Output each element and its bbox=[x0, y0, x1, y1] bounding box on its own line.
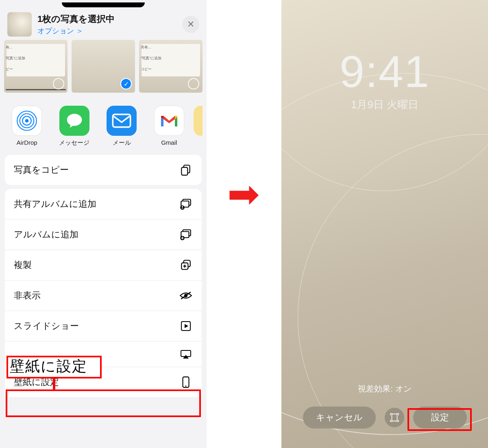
selection-indicator-icon bbox=[53, 78, 64, 89]
share-options-link[interactable]: オプション ＞ bbox=[37, 26, 176, 36]
action-label: 写真をコピー bbox=[14, 164, 69, 176]
thumb-mini-label: ピー bbox=[6, 67, 25, 72]
app-messages[interactable]: メッセージ bbox=[51, 106, 98, 147]
shared-album-icon bbox=[179, 197, 193, 211]
annotation-callout-stem bbox=[53, 378, 55, 390]
action-copy-photo[interactable]: 写真をコピー bbox=[5, 155, 202, 185]
action-group-1: 写真をコピー bbox=[5, 155, 202, 185]
mail-icon bbox=[107, 106, 137, 136]
photo-thumb-2[interactable]: 共有... "写真"に追加 コピー bbox=[139, 40, 203, 93]
gmail-icon bbox=[154, 106, 184, 136]
messages-icon bbox=[59, 106, 89, 136]
wallpaper-action-row: キャンセル 設定 bbox=[281, 407, 488, 428]
photo-thumb-1[interactable]: ✓ bbox=[72, 40, 135, 93]
action-label: 壁紙に設定 bbox=[14, 376, 59, 388]
app-airdrop[interactable]: AirDrop bbox=[3, 106, 51, 147]
app-label: AirDrop bbox=[17, 139, 37, 146]
action-label: アルバムに追加 bbox=[14, 228, 78, 241]
action-set-wallpaper[interactable]: 壁紙に設定 bbox=[5, 367, 202, 397]
svg-point-0 bbox=[25, 119, 29, 123]
svg-rect-7 bbox=[181, 167, 187, 175]
share-apps-row[interactable]: AirDrop メッセージ メール Gmail bbox=[0, 97, 207, 151]
thumb-mini-label: 有... bbox=[6, 45, 25, 50]
close-button[interactable]: ✕ bbox=[182, 16, 199, 33]
photo-selection-row: 有... 写真"に追加 ピー ✓ 共有... "写真"に追加 コピー bbox=[0, 40, 207, 97]
selected-photo-thumbnail bbox=[7, 12, 32, 37]
set-button[interactable]: 設定 bbox=[413, 407, 467, 428]
app-label: Gmail bbox=[161, 139, 177, 146]
action-add-album[interactable]: アルバムに追加 bbox=[5, 219, 202, 250]
svg-point-4 bbox=[67, 114, 82, 126]
lock-date: 1月9日 火曜日 bbox=[281, 98, 488, 112]
action-group-2: 共有アルバムに追加 アルバムに追加 複製 非表示 bbox=[5, 189, 202, 397]
action-duplicate[interactable]: 複製 bbox=[5, 250, 202, 280]
copy-icon bbox=[179, 163, 193, 177]
close-icon: ✕ bbox=[187, 19, 194, 30]
action-label: 非表示 bbox=[14, 289, 41, 302]
cancel-button[interactable]: キャンセル bbox=[303, 407, 376, 428]
phone-icon bbox=[179, 375, 193, 389]
app-gmail[interactable]: Gmail bbox=[146, 106, 193, 147]
selection-checked-icon: ✓ bbox=[120, 78, 132, 89]
thumb-mini-label: 写真"に追加 bbox=[6, 56, 25, 61]
app-label: メール bbox=[113, 139, 131, 147]
app-mail[interactable]: メール bbox=[98, 106, 146, 147]
parallax-status: 視差効果: オン bbox=[281, 383, 488, 394]
app-more[interactable] bbox=[193, 106, 203, 147]
lock-time: 9:41 bbox=[281, 46, 488, 97]
add-album-icon bbox=[179, 228, 193, 241]
svg-rect-5 bbox=[113, 114, 131, 127]
action-add-shared-album[interactable]: 共有アルバムに追加 bbox=[5, 189, 202, 219]
selection-indicator-icon bbox=[188, 78, 199, 89]
svg-point-22 bbox=[185, 385, 187, 387]
wallpaper-preview-screen: 9:41 1月9日 火曜日 視差効果: オン キャンセル 設定 bbox=[281, 0, 488, 448]
thumb-mini-label: "写真"に追加 bbox=[141, 56, 161, 61]
notch bbox=[62, 2, 144, 7]
share-sheet-screen: 1枚の写真を選択中 オプション ＞ ✕ 有... 写真"に追加 ピー ✓ bbox=[0, 0, 207, 448]
share-header: 1枚の写真を選択中 オプション ＞ ✕ bbox=[0, 8, 207, 42]
svg-rect-23 bbox=[392, 414, 397, 421]
share-sheet: 1枚の写真を選択中 オプション ＞ ✕ 有... 写真"に追加 ピー ✓ bbox=[0, 0, 207, 448]
notes-icon bbox=[194, 106, 203, 136]
perspective-zoom-button[interactable] bbox=[385, 408, 404, 427]
arrow-right-icon: ➡ bbox=[227, 175, 260, 213]
action-label: 複製 bbox=[14, 259, 32, 271]
app-label: メッセージ bbox=[59, 139, 89, 147]
step-arrow: ➡ bbox=[209, 175, 278, 213]
duplicate-icon bbox=[179, 258, 193, 272]
action-hide[interactable]: 非表示 bbox=[5, 280, 202, 311]
airdrop-icon bbox=[12, 106, 42, 136]
action-airplay[interactable]: . bbox=[5, 341, 202, 367]
photo-thumb-0[interactable]: 有... 写真"に追加 ピー bbox=[4, 40, 68, 93]
thumb-mini-label: 共有... bbox=[141, 45, 161, 50]
thumb-mini-label: コピー bbox=[141, 67, 161, 72]
share-title: 1枚の写真を選択中 bbox=[37, 13, 176, 25]
action-label: 共有アルバムに追加 bbox=[14, 198, 96, 210]
airplay-icon bbox=[179, 347, 193, 361]
play-icon bbox=[179, 319, 193, 333]
hide-icon bbox=[179, 289, 193, 302]
action-slideshow[interactable]: スライドショー bbox=[5, 311, 202, 341]
svg-point-11 bbox=[182, 206, 183, 207]
action-label: スライドショー bbox=[14, 320, 79, 332]
